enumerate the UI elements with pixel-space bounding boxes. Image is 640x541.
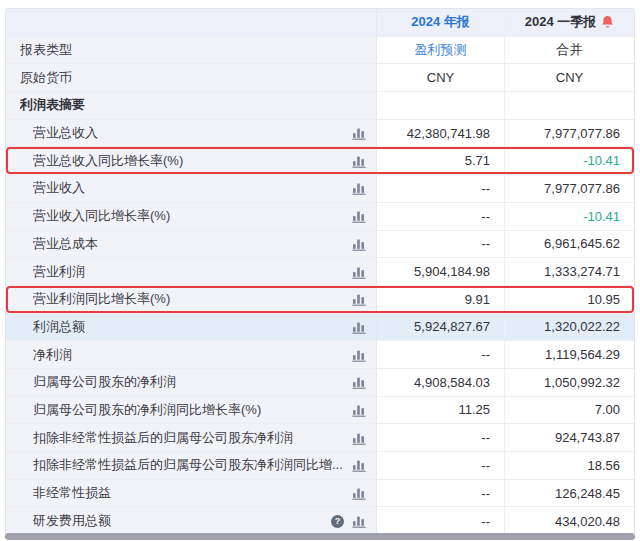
table-row: 营业收入同比增长率(%) ? -- -1 <box>6 203 634 231</box>
row-label: 扣除非经常性损益后的归属母公司股东净利润 <box>33 429 293 447</box>
cell-value: 4,908,584.03 <box>414 375 490 390</box>
row-label: 营业利润 <box>33 263 85 281</box>
bar-chart-icon[interactable] <box>351 347 366 362</box>
row-label: 利润总额 <box>33 318 85 336</box>
cell-value: -- <box>481 430 490 445</box>
table-row: 营业总成本 ? -- 6,961,645 <box>6 231 634 259</box>
q1-value-cell: 1,119,564.29 <box>505 341 634 368</box>
q1-value-cell: 7,977,077.86 <box>505 175 634 202</box>
row-label-cell: 报表类型 ? <box>6 37 377 64</box>
bar-chart-icon[interactable] <box>351 153 366 168</box>
financial-report-panel: 2024 年报 2024 一季报 报表类型 ? <box>0 0 640 541</box>
row-label-cell: 扣除非经常性损益后的归属母公司股东净利润同比增... ? <box>6 452 377 479</box>
bar-chart-icon[interactable] <box>351 458 366 473</box>
annual-value-cell: -- <box>377 452 505 479</box>
bar-chart-icon[interactable] <box>351 514 366 529</box>
annual-value-cell: -- <box>377 341 505 368</box>
annual-value-cell: 9.91 <box>377 286 505 313</box>
alert-bell-icon[interactable] <box>601 15 614 29</box>
help-icon[interactable]: ? <box>331 515 344 528</box>
row-icons: ? <box>343 236 366 251</box>
row-label: 营业总收入 <box>33 124 98 142</box>
bar-chart-icon[interactable] <box>351 236 366 251</box>
q1-value-cell: 1,333,274.71 <box>505 258 634 285</box>
q1-value-cell <box>505 92 634 119</box>
horizontal-scrollbar[interactable] <box>5 533 635 540</box>
bar-chart-icon[interactable] <box>351 209 366 224</box>
cell-value: 盈利预测 <box>415 41 467 59</box>
bar-chart-icon[interactable] <box>351 430 366 445</box>
cell-value: 1,320,022.22 <box>544 319 620 334</box>
q1-value-cell: 434,020.48 <box>505 507 634 535</box>
indicator-header-cell <box>6 9 377 36</box>
row-icons: ? <box>343 153 366 168</box>
row-label-cell: 利润表摘要 ? <box>6 92 377 119</box>
cell-value: 434,020.48 <box>555 514 620 529</box>
q1-header-label[interactable]: 2024 一季报 <box>525 13 615 31</box>
row-label: 研发费用总额 <box>33 512 111 530</box>
bar-chart-icon[interactable] <box>351 486 366 501</box>
cell-value: -- <box>481 486 490 501</box>
cell-value: 合并 <box>557 41 583 59</box>
annual-value-cell: 5.71 <box>377 147 505 174</box>
cell-value: 18.56 <box>587 458 620 473</box>
annual-value-cell: 42,380,741.98 <box>377 120 505 147</box>
table-row: 报表类型 ? 盈利预测 合并 <box>6 37 634 65</box>
annual-value-cell: 5,904,184.98 <box>377 258 505 285</box>
cell-value: -- <box>481 514 490 529</box>
row-icons: ? <box>343 209 366 224</box>
cell-value: 6,961,645.62 <box>544 236 620 251</box>
table-row: 利润表摘要 ? <box>6 92 634 120</box>
cell-value: 1,050,992.32 <box>544 375 620 390</box>
column-header-2024-q1[interactable]: 2024 一季报 <box>505 9 634 36</box>
row-label: 营业收入同比增长率(%) <box>33 207 170 225</box>
cell-value: 9.91 <box>465 292 490 307</box>
row-icons: ? <box>343 181 366 196</box>
bar-chart-icon[interactable] <box>351 292 366 307</box>
row-label-cell: 营业收入 ? <box>6 175 377 202</box>
annual-value-cell: 5,924,827.67 <box>377 314 505 341</box>
annual-value-cell: -- <box>377 424 505 451</box>
annual-value-cell: -- <box>377 507 505 535</box>
annual-value-cell <box>377 92 505 119</box>
row-label: 营业收入 <box>33 179 85 197</box>
row-label-cell: 研发费用总额 ? <box>6 507 377 535</box>
cell-value: -- <box>481 458 490 473</box>
bar-chart-icon[interactable] <box>351 126 366 141</box>
table-row: 非经常性损益 ? -- 126,248. <box>6 480 634 508</box>
annual-header-label[interactable]: 2024 年报 <box>411 13 470 31</box>
cell-value: -- <box>481 209 490 224</box>
table-row: 扣除非经常性损益后的归属母公司股东净利润 ? -- <box>6 424 634 452</box>
row-label-cell: 非经常性损益 ? <box>6 480 377 507</box>
row-label-cell: 营业利润同比增长率(%) ? <box>6 286 377 313</box>
bar-chart-icon[interactable] <box>351 375 366 390</box>
cell-value: -- <box>481 347 490 362</box>
q1-value-cell: 7.00 <box>505 397 634 424</box>
cell-value: -10.41 <box>583 209 620 224</box>
table-row: 营业总收入同比增长率(%) ? 5.71 <box>6 147 634 175</box>
bar-chart-icon[interactable] <box>351 402 366 417</box>
cell-value: CNY <box>427 70 454 85</box>
table-row: 营业利润 ? 5,904,184.98 <box>6 258 634 286</box>
row-label-cell: 营业总收入同比增长率(%) ? <box>6 147 377 174</box>
table-row: 净利润 ? -- 1,119,564.2 <box>6 341 634 369</box>
q1-value-cell: 6,961,645.62 <box>505 231 634 258</box>
cell-value: -10.41 <box>583 153 620 168</box>
row-icons: ? <box>343 292 366 307</box>
cell-value: 924,743.87 <box>555 430 620 445</box>
table-row: 利润总额 ? 5,924,827.67 <box>6 314 634 342</box>
cell-value: 126,248.45 <box>555 486 620 501</box>
bar-chart-icon[interactable] <box>351 319 366 334</box>
table-row: 营业收入 ? -- 7,977,077. <box>6 175 634 203</box>
column-header-2024-annual[interactable]: 2024 年报 <box>377 9 505 36</box>
annual-value-cell: 4,908,584.03 <box>377 369 505 396</box>
q1-value-cell: 10.95 <box>505 286 634 313</box>
row-label-cell: 营业收入同比增长率(%) ? <box>6 203 377 230</box>
bar-chart-icon[interactable] <box>351 264 366 279</box>
annual-value-cell: -- <box>377 203 505 230</box>
bar-chart-icon[interactable] <box>351 181 366 196</box>
annual-value-cell: CNY <box>377 64 505 91</box>
cell-value: 1,119,564.29 <box>545 347 620 362</box>
cell-value: 10.95 <box>587 292 620 307</box>
row-label-cell: 营业总收入 ? <box>6 120 377 147</box>
